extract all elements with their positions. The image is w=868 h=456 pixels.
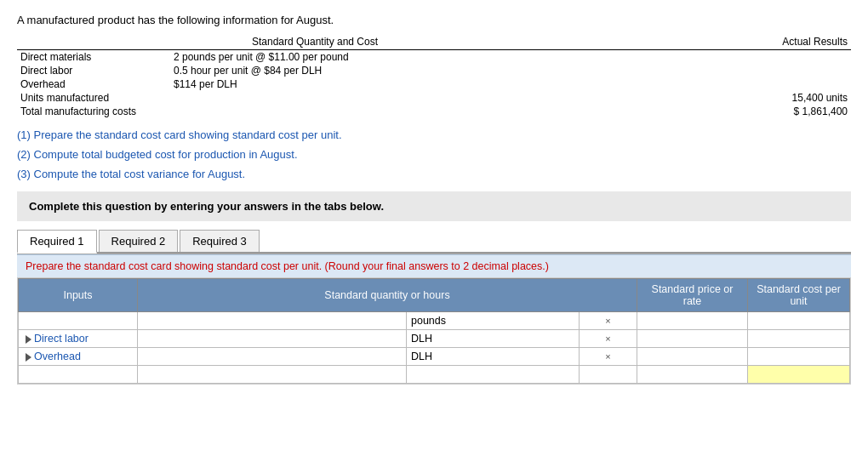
- stdcost-input-dl[interactable]: [752, 333, 829, 345]
- row-label-total-mfg-costs: Total manufacturing costs: [17, 105, 170, 118]
- th-std-cost-per-unit: Standard cost per unit: [748, 279, 850, 312]
- th-std-price-rate: Standard price or rate: [637, 279, 748, 312]
- table-row: pounds ×: [19, 312, 850, 330]
- label-direct-materials: [19, 312, 138, 330]
- unit-oh: DLH: [407, 348, 580, 366]
- row-actual-units-manufactured: 15,400 units: [460, 91, 851, 105]
- triangle-icon-dl: [26, 335, 31, 344]
- tab-required-1[interactable]: Required 1: [17, 230, 97, 254]
- row-label-direct-materials: Direct materials: [17, 50, 170, 65]
- total-label: [19, 366, 138, 384]
- row-label-units-manufactured: Units manufactured: [17, 91, 170, 105]
- row-std-units-manufactured: [170, 91, 460, 105]
- tab-required-2[interactable]: Required 2: [99, 230, 179, 252]
- qty-input-cell-dm[interactable]: [138, 312, 407, 330]
- table-row: Direct labor DLH ×: [19, 330, 850, 348]
- stdcost-input-cell-oh[interactable]: [748, 348, 850, 366]
- stdcost-input-oh[interactable]: [752, 351, 829, 362]
- price-input-dm[interactable]: [642, 315, 718, 327]
- qty-input-dl[interactable]: [142, 333, 202, 345]
- actual-results-header: Actual Results: [460, 35, 851, 50]
- unit-dl: DLH: [407, 330, 580, 348]
- std-qty-cost-header: Standard Quantity and Cost: [170, 35, 460, 50]
- label-direct-labor: Direct labor: [19, 330, 138, 348]
- stdcost-input-dm[interactable]: [752, 315, 829, 327]
- instruction-3: (3) Compute the total cost variance for …: [17, 166, 851, 184]
- price-input-cell-oh[interactable]: [637, 348, 748, 366]
- table-row: Overhead DLH ×: [19, 348, 850, 366]
- row-label-overhead: Overhead: [17, 77, 170, 91]
- prepare-note-round: (Round your final answers to 2 decimal p…: [325, 260, 549, 272]
- total-stdcost-input[interactable]: [752, 368, 829, 380]
- stdcost-input-cell-dm[interactable]: [748, 312, 850, 330]
- times-oh: ×: [579, 348, 637, 366]
- total-row: [19, 366, 850, 384]
- qty-input-dm[interactable]: [142, 315, 202, 327]
- tab-required-3[interactable]: Required 3: [180, 230, 260, 252]
- row-std-direct-labor: 0.5 hour per unit @ $84 per DLH: [170, 64, 460, 77]
- total-stdcost-input-cell[interactable]: [748, 366, 850, 384]
- times-dm: ×: [579, 312, 637, 330]
- row-std-total-mfg-costs: [170, 105, 460, 118]
- instructions-block: (1) Prepare the standard cost card showi…: [17, 127, 851, 183]
- price-input-dl[interactable]: [642, 333, 718, 345]
- row-actual-overhead: [460, 77, 851, 91]
- row-actual-direct-materials: [460, 50, 851, 65]
- triangle-icon-oh: [26, 353, 31, 362]
- instruction-2: (2) Compute total budgeted cost for prod…: [17, 146, 851, 164]
- prepare-note-main: Prepare the standard cost card showing s…: [26, 260, 322, 272]
- prepare-note: Prepare the standard cost card showing s…: [17, 254, 851, 277]
- qty-input-cell-oh[interactable]: [138, 348, 407, 366]
- stdcost-input-cell-dl[interactable]: [748, 330, 850, 348]
- total-price: [637, 366, 748, 384]
- qty-input-cell-dl[interactable]: [138, 330, 407, 348]
- row-std-direct-materials: 2 pounds per unit @ $11.00 per pound: [170, 50, 460, 65]
- info-table: Standard Quantity and Cost Actual Result…: [17, 35, 851, 118]
- cost-card-container: Inputs Standard quantity or hours Standa…: [17, 277, 851, 385]
- qty-input-oh[interactable]: [142, 351, 202, 362]
- total-times: [579, 366, 637, 384]
- price-input-cell-dl[interactable]: [637, 330, 748, 348]
- complete-box: Complete this question by entering your …: [17, 191, 851, 221]
- cost-card-table: Inputs Standard quantity or hours Standa…: [18, 278, 850, 384]
- times-dl: ×: [579, 330, 637, 348]
- row-actual-direct-labor: [460, 64, 851, 77]
- unit-dm: pounds: [407, 312, 580, 330]
- intro-text: A manufactured product has the following…: [17, 14, 851, 26]
- price-input-cell-dm[interactable]: [637, 312, 748, 330]
- row-std-overhead: $114 per DLH: [170, 77, 460, 91]
- row-label-direct-labor: Direct labor: [17, 64, 170, 77]
- th-inputs: Inputs: [19, 279, 138, 312]
- total-unit: [407, 366, 580, 384]
- row-actual-total-mfg-costs: $ 1,861,400: [460, 105, 851, 118]
- th-std-qty-hours: Standard quantity or hours: [138, 279, 637, 312]
- label-overhead: Overhead: [19, 348, 138, 366]
- tabs-row: Required 1 Required 2 Required 3: [17, 230, 851, 254]
- price-input-oh[interactable]: [642, 351, 718, 362]
- total-qty: [138, 366, 407, 384]
- instruction-1: (1) Prepare the standard cost card showi…: [17, 127, 851, 145]
